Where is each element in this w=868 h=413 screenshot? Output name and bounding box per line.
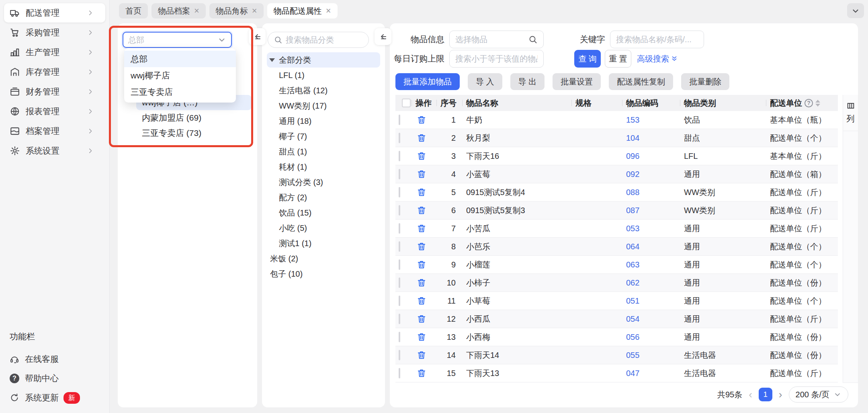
- tab-物品配送属性[interactable]: 物品配送属性×: [267, 3, 338, 18]
- tab-物品档案[interactable]: 物品档案×: [151, 3, 206, 18]
- tab-物品角标[interactable]: 物品角标×: [209, 3, 264, 18]
- delete-row-button[interactable]: [416, 223, 427, 234]
- row-item-code-link[interactable]: 055: [622, 351, 680, 360]
- row-checkbox[interactable]: [399, 169, 400, 179]
- row-item-code-link[interactable]: 092: [622, 170, 680, 179]
- category-tree-item[interactable]: 耗材 (1): [276, 159, 380, 175]
- store-select[interactable]: 总部: [123, 32, 232, 48]
- delete-row-button[interactable]: [416, 169, 427, 179]
- column-header-code[interactable]: 物品编码: [622, 95, 680, 111]
- sidebar-item-系统设置[interactable]: 系统设置: [4, 141, 105, 160]
- delete-row-button[interactable]: [416, 151, 427, 161]
- sidebar-footer-item-系统更新[interactable]: 系统更新新: [10, 388, 100, 407]
- store-dropdown-option-总部[interactable]: 总部: [124, 51, 236, 67]
- sort-icons[interactable]: [815, 100, 820, 107]
- column-header-spec[interactable]: 规格: [571, 95, 622, 111]
- row-checkbox[interactable]: [399, 332, 400, 342]
- row-item-code-link[interactable]: 096: [622, 152, 680, 161]
- row-checkbox[interactable]: [399, 314, 400, 324]
- category-tree-item[interactable]: 包子 (10): [268, 266, 380, 281]
- category-tree-item[interactable]: 全部分类: [267, 52, 380, 68]
- row-item-code-link[interactable]: 063: [622, 260, 680, 269]
- row-item-code-link[interactable]: 088: [622, 188, 680, 197]
- column-header-name[interactable]: 物品名称: [462, 95, 571, 111]
- query-button[interactable]: 查 询: [574, 50, 601, 68]
- tab-首页[interactable]: 首页: [119, 3, 148, 18]
- sidebar-item-采购管理[interactable]: 采购管理: [4, 23, 105, 42]
- item-info-input[interactable]: 选择物品: [449, 31, 544, 48]
- category-tree-item[interactable]: 饮品 (15): [276, 205, 380, 220]
- row-item-code-link[interactable]: 047: [622, 369, 680, 378]
- tree-expand-caret-icon[interactable]: [269, 58, 275, 62]
- delete-row-button[interactable]: [416, 314, 427, 324]
- sidebar-item-报表管理[interactable]: 报表管理: [4, 102, 105, 121]
- delete-row-button[interactable]: [416, 115, 427, 125]
- column-settings-button[interactable]: 列: [843, 95, 858, 131]
- row-item-code-link[interactable]: 104: [622, 134, 680, 143]
- help-icon[interactable]: ?: [805, 99, 813, 107]
- delete-row-button[interactable]: [416, 259, 427, 270]
- category-panel-collapse-handle[interactable]: [375, 28, 391, 45]
- row-checkbox[interactable]: [399, 350, 400, 360]
- next-page-button[interactable]: ›: [779, 389, 782, 400]
- row-checkbox[interactable]: [399, 368, 400, 378]
- category-tree-item[interactable]: 甜点 (1): [276, 144, 380, 159]
- category-tree-item[interactable]: 生活电器 (12): [276, 83, 380, 98]
- delete-row-button[interactable]: [416, 241, 427, 252]
- row-checkbox[interactable]: [399, 259, 400, 270]
- row-checkbox[interactable]: [399, 187, 400, 197]
- sidebar-footer-item-帮助中心[interactable]: ?帮助中心: [10, 369, 100, 388]
- row-checkbox[interactable]: [399, 205, 400, 216]
- category-tree-item[interactable]: WW类别 (17): [276, 98, 380, 113]
- close-icon[interactable]: ×: [194, 6, 199, 15]
- row-item-code-link[interactable]: 064: [622, 242, 680, 251]
- category-tree-item[interactable]: 配方 (2): [276, 190, 380, 205]
- reset-button[interactable]: 重 置: [605, 50, 631, 68]
- tabs-collapse-button[interactable]: [847, 3, 864, 18]
- column-header-unit[interactable]: 配送单位 ?: [766, 95, 838, 111]
- advanced-search-link[interactable]: 高级搜索: [637, 50, 678, 68]
- delete-row-button[interactable]: [416, 277, 427, 288]
- toolbar-button-批量设置[interactable]: 批量设置: [553, 73, 601, 90]
- current-page-button[interactable]: 1: [759, 388, 772, 401]
- category-tree-item[interactable]: 测试1 (1): [276, 236, 380, 251]
- store-tree-item[interactable]: 内蒙加盟店 (69): [136, 110, 252, 125]
- delete-row-button[interactable]: [416, 133, 427, 143]
- row-checkbox[interactable]: [399, 115, 400, 125]
- toolbar-button-批量添加物品[interactable]: 批量添加物品: [395, 73, 460, 90]
- keyword-input[interactable]: 搜索物品名称/条码/...: [610, 31, 704, 48]
- delete-row-button[interactable]: [416, 205, 427, 216]
- select-all-checkbox[interactable]: [402, 99, 411, 107]
- sidebar-item-生产管理[interactable]: 生产管理: [4, 43, 105, 62]
- close-icon[interactable]: ×: [326, 6, 331, 15]
- row-item-code-link[interactable]: 153: [622, 115, 680, 125]
- page-size-select[interactable]: 200 条/页: [789, 386, 848, 403]
- category-tree-item[interactable]: 米饭 (2): [268, 251, 380, 266]
- row-item-code-link[interactable]: 053: [622, 224, 680, 233]
- category-tree-item[interactable]: 通用 (18): [276, 113, 380, 129]
- category-tree-item[interactable]: LFL (1): [276, 68, 380, 83]
- category-tree-item[interactable]: 椰子 (7): [276, 129, 380, 144]
- toolbar-button-配送属性复制[interactable]: 配送属性复制: [609, 73, 673, 90]
- delete-row-button[interactable]: [416, 368, 427, 378]
- store-dropdown-option-三亚专卖店[interactable]: 三亚专卖店: [124, 84, 236, 100]
- delete-row-button[interactable]: [416, 187, 427, 197]
- row-item-code-link[interactable]: 054: [622, 314, 680, 324]
- toolbar-button-导入[interactable]: 导 入: [468, 73, 502, 90]
- column-header-category[interactable]: 物品类别: [680, 95, 766, 111]
- column-header-action[interactable]: 操作: [411, 95, 436, 111]
- category-search-input[interactable]: 搜索物品分类: [268, 32, 369, 48]
- delete-row-button[interactable]: [416, 296, 427, 306]
- close-icon[interactable]: ×: [252, 6, 257, 15]
- store-tree-item[interactable]: 三亚专卖店 (73): [136, 125, 252, 141]
- toolbar-button-导出[interactable]: 导 出: [510, 73, 545, 90]
- row-checkbox[interactable]: [399, 296, 400, 306]
- row-item-code-link[interactable]: 087: [622, 206, 680, 215]
- row-checkbox[interactable]: [399, 151, 400, 161]
- row-checkbox[interactable]: [399, 223, 400, 234]
- category-tree-item[interactable]: 测试分类 (3): [276, 175, 380, 190]
- row-item-code-link[interactable]: 056: [622, 333, 680, 342]
- delete-row-button[interactable]: [416, 332, 427, 342]
- row-item-code-link[interactable]: 062: [622, 278, 680, 288]
- sidebar-item-配送管理[interactable]: 配送管理: [4, 3, 105, 23]
